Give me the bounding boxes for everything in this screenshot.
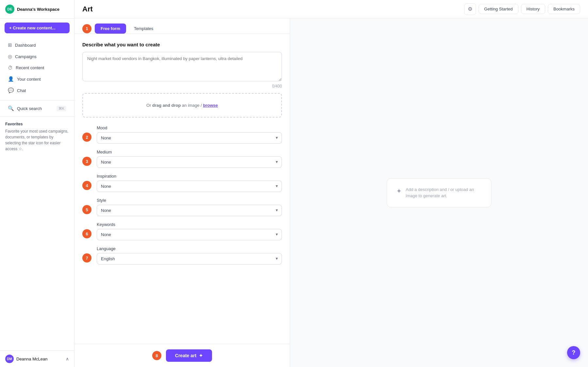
preview-icon: ✦ <box>396 187 402 195</box>
tabs-bar: 1 Free form Templates <box>74 18 290 34</box>
medium-row: 3 Medium NoneOil PaintingWatercolorSketc… <box>82 150 282 168</box>
medium-label: Medium <box>97 150 282 154</box>
sidebar-item-chat[interactable]: 💬 Chat <box>3 85 72 96</box>
browse-link[interactable]: browse <box>203 103 218 108</box>
sidebar-item-label: Chat <box>17 88 26 93</box>
workspace-avatar: DE <box>5 5 14 14</box>
dashboard-icon: ⊞ <box>8 42 12 48</box>
sidebar-item-recent-content[interactable]: ⏱ Recent content <box>3 62 72 73</box>
preview-text: Add a description and / or upload an ima… <box>406 186 482 199</box>
action-bar: 8 Create art ✦ <box>74 344 290 367</box>
sidebar-item-label: Dashboard <box>15 43 36 48</box>
favorites-description: Favorite your most used campaigns, docum… <box>5 128 69 152</box>
step-1-badge: 1 <box>82 24 91 33</box>
tab-templates[interactable]: Templates <box>128 24 159 34</box>
mood-select[interactable]: NoneHappySadDramaticPeaceful <box>97 132 282 144</box>
language-row: 7 Language EnglishFrenchSpanishGerman ▾ <box>82 246 282 264</box>
style-field-group: Style NoneCinematicPhotorealisticAnime ▾ <box>97 198 282 216</box>
description-label: Describe what you want to create <box>82 42 282 47</box>
bookmarks-button[interactable]: Bookmarks <box>548 4 580 14</box>
sidebar-divider-2 <box>0 116 74 117</box>
campaigns-icon: ◎ <box>8 54 12 59</box>
page-title: Art <box>82 5 93 13</box>
sidebar-footer: DM Deanna McLean ∧ <box>0 350 74 367</box>
getting-started-button[interactable]: Getting Started <box>479 4 518 14</box>
sidebar-header: DE Deanna's Workspace <box>0 0 74 19</box>
step-2-badge: 2 <box>82 133 91 142</box>
content-area: 1 Free form Templates Describe what you … <box>74 18 588 367</box>
sidebar-item-your-content[interactable]: 👤 Your content <box>3 73 72 85</box>
upload-text-pre: Or <box>146 103 152 108</box>
step-8-badge: 8 <box>152 351 161 360</box>
favorites-section: Favorites Favorite your most used campai… <box>0 119 74 155</box>
step-5-badge: 5 <box>82 205 91 214</box>
workspace-name: Deanna's Workspace <box>17 7 59 12</box>
keywords-row: 6 Keywords None ▾ <box>82 222 282 240</box>
create-art-label: Create art <box>175 353 196 358</box>
language-field-group: Language EnglishFrenchSpanishGerman ▾ <box>97 246 282 264</box>
upload-zone[interactable]: Or drag and drop an image / browse <box>82 93 282 118</box>
style-row: 5 Style NoneCinematicPhotorealisticAnime… <box>82 198 282 216</box>
topbar-actions: ⚙ Getting Started History Bookmarks <box>464 3 580 15</box>
user-info: DM Deanna McLean <box>5 355 47 363</box>
style-select[interactable]: NoneCinematicPhotorealisticAnime <box>97 205 282 216</box>
mood-field-group: Mood NoneHappySadDramaticPeaceful ▾ <box>97 125 282 144</box>
preview-section: ✦ Add a description and / or upload an i… <box>290 18 588 367</box>
chat-icon: 💬 <box>8 88 14 93</box>
description-textarea[interactable] <box>82 52 282 81</box>
create-art-icon: ✦ <box>199 353 203 358</box>
inspiration-label: Inspiration <box>97 174 282 179</box>
help-button[interactable]: ? <box>567 346 580 359</box>
main-content: Art ⚙ Getting Started History Bookmarks … <box>74 0 588 367</box>
medium-select[interactable]: NoneOil PaintingWatercolorSketch <box>97 156 282 168</box>
user-avatar: DM <box>5 355 14 363</box>
keywords-field-group: Keywords None ▾ <box>97 222 282 240</box>
mood-row: 2 Mood NoneHappySadDramaticPeaceful ▾ <box>82 125 282 144</box>
sidebar-item-label: Your content <box>17 77 41 82</box>
mood-label: Mood <box>97 125 282 130</box>
chevron-up-icon[interactable]: ∧ <box>66 356 69 361</box>
step-4-badge: 4 <box>82 181 91 190</box>
form-inner: Describe what you want to create 0/400 O… <box>74 34 290 283</box>
create-art-button[interactable]: Create art ✦ <box>166 349 212 362</box>
recent-content-icon: ⏱ <box>8 65 13 71</box>
keywords-select[interactable]: None <box>97 229 282 240</box>
medium-field-group: Medium NoneOil PaintingWatercolorSketch … <box>97 150 282 168</box>
sidebar-item-label: Recent content <box>16 65 44 70</box>
step-3-badge: 3 <box>82 157 91 166</box>
sidebar-divider <box>0 100 74 101</box>
your-content-icon: 👤 <box>8 76 14 82</box>
style-label: Style <box>97 198 282 203</box>
upload-text-mid: an image / <box>181 103 203 108</box>
keywords-label: Keywords <box>97 222 282 227</box>
upload-bold: drag and drop <box>152 103 181 108</box>
step-6-badge: 6 <box>82 229 91 238</box>
inspiration-row: 4 Inspiration NoneImpressionismSurrealis… <box>82 174 282 192</box>
form-scroll: Describe what you want to create 0/400 O… <box>74 34 290 344</box>
char-count: 0/400 <box>82 84 282 88</box>
sidebar-item-dashboard[interactable]: ⊞ Dashboard <box>3 40 72 51</box>
sidebar-item-campaigns[interactable]: ◎ Campaigns <box>3 51 72 62</box>
sidebar-item-label: Campaigns <box>15 54 37 59</box>
tab-free-form[interactable]: Free form <box>95 24 126 34</box>
settings-icon-button[interactable]: ⚙ <box>464 3 476 15</box>
sidebar: DE Deanna's Workspace + Create new conte… <box>0 0 74 367</box>
nav-list: ⊞ Dashboard ◎ Campaigns ⏱ Recent content… <box>0 37 74 98</box>
language-select[interactable]: EnglishFrenchSpanishGerman <box>97 253 282 264</box>
language-label: Language <box>97 246 282 251</box>
user-name: Deanna McLean <box>16 357 47 361</box>
favorites-title: Favorites <box>5 122 69 126</box>
topbar: Art ⚙ Getting Started History Bookmarks <box>74 0 588 18</box>
inspiration-field-group: Inspiration NoneImpressionismSurrealismR… <box>97 174 282 192</box>
preview-card: ✦ Add a description and / or upload an i… <box>387 178 491 207</box>
form-section: 1 Free form Templates Describe what you … <box>74 18 290 367</box>
step-7-badge: 7 <box>82 253 91 263</box>
create-new-button[interactable]: + Create new content... <box>5 23 70 33</box>
search-icon: 🔍 <box>8 105 14 111</box>
shortcut-badge: ⌘K <box>57 106 66 111</box>
sidebar-item-label: Quick search <box>17 106 42 111</box>
sidebar-item-quick-search[interactable]: 🔍 Quick search ⌘K <box>3 103 72 114</box>
inspiration-select[interactable]: NoneImpressionismSurrealismRealism <box>97 181 282 192</box>
history-button[interactable]: History <box>521 4 545 14</box>
